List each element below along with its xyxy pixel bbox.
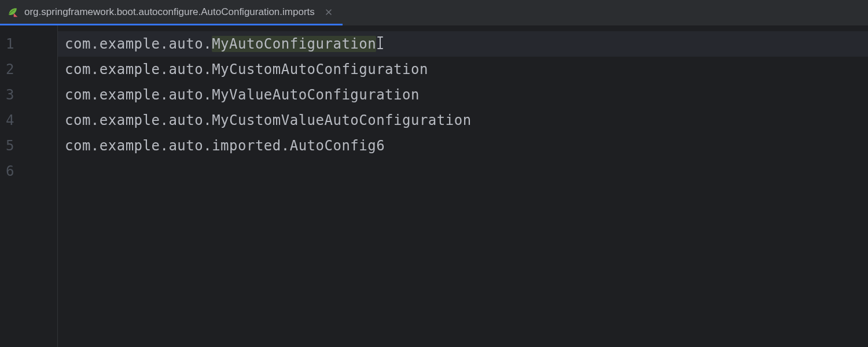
spring-leaf-icon <box>7 6 19 18</box>
code-line[interactable]: com.example.auto.MyAutoConfiguration <box>58 31 868 57</box>
active-tab[interactable]: org.springframework.boot.autoconfigure.A… <box>0 0 343 25</box>
code-line[interactable]: com.example.auto.MyValueAutoConfiguratio… <box>58 82 868 108</box>
code-editor[interactable]: com.example.auto.MyAutoConfigurationcom.… <box>58 25 868 347</box>
code-line[interactable]: com.example.auto.MyCustomAutoConfigurati… <box>58 57 868 82</box>
code-text: com.example.auto.imported.AutoConfig6 <box>65 138 385 154</box>
code-text: com.example.auto.MyValueAutoConfiguratio… <box>65 87 420 103</box>
line-number: 3 <box>0 82 57 108</box>
line-number: 1 <box>0 31 57 57</box>
editor-area: 123456 com.example.auto.MyAutoConfigurat… <box>0 25 868 347</box>
code-text: com.example.auto.MyCustomAutoConfigurati… <box>65 61 428 77</box>
line-number-gutter: 123456 <box>0 25 58 347</box>
line-number: 2 <box>0 57 57 82</box>
tab-bar: org.springframework.boot.autoconfigure.A… <box>0 0 868 25</box>
text-cursor-icon <box>376 33 384 58</box>
line-number: 5 <box>0 133 57 158</box>
code-line[interactable] <box>58 158 868 184</box>
code-text: com.example.auto. <box>65 36 212 52</box>
tab-label: org.springframework.boot.autoconfigure.A… <box>24 6 315 18</box>
identifier-highlight: MyAutoConfiguration <box>212 36 376 52</box>
close-icon[interactable] <box>324 8 333 17</box>
code-text: com.example.auto.MyCustomValueAutoConfig… <box>65 112 472 128</box>
code-line[interactable]: com.example.auto.MyCustomValueAutoConfig… <box>58 108 868 133</box>
line-number: 4 <box>0 108 57 133</box>
line-number: 6 <box>0 158 57 184</box>
code-line[interactable]: com.example.auto.imported.AutoConfig6 <box>58 133 868 158</box>
